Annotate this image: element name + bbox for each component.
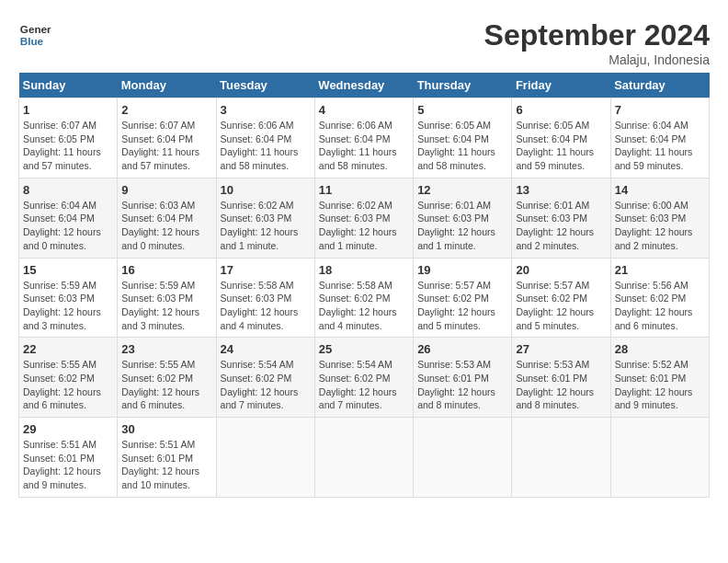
table-row: 19 Sunrise: 5:57 AMSunset: 6:02 PMDaylig…	[414, 258, 512, 338]
day-info: Sunrise: 5:51 AMSunset: 6:01 PMDaylight:…	[121, 439, 199, 490]
day-info: Sunrise: 5:58 AMSunset: 6:02 PMDaylight:…	[319, 280, 397, 331]
day-info: Sunrise: 5:59 AMSunset: 6:03 PMDaylight:…	[121, 280, 199, 331]
calendar-row: 1 Sunrise: 6:07 AMSunset: 6:05 PMDayligh…	[19, 98, 710, 178]
table-row: 28 Sunrise: 5:52 AMSunset: 6:01 PMDaylig…	[610, 338, 709, 418]
col-monday: Monday	[118, 73, 216, 98]
day-number: 13	[516, 183, 606, 197]
calendar-row: 22 Sunrise: 5:55 AMSunset: 6:02 PMDaylig…	[19, 338, 710, 418]
day-number: 25	[319, 342, 409, 356]
day-number: 23	[121, 342, 211, 356]
empty-cell	[610, 418, 709, 498]
col-thursday: Thursday	[414, 73, 512, 98]
day-number: 28	[615, 342, 705, 356]
day-number: 7	[615, 103, 705, 117]
table-row: 21 Sunrise: 5:56 AMSunset: 6:02 PMDaylig…	[610, 258, 709, 338]
table-row: 1 Sunrise: 6:07 AMSunset: 6:05 PMDayligh…	[19, 98, 118, 178]
day-number: 3	[221, 103, 311, 117]
day-info: Sunrise: 6:02 AMSunset: 6:03 PMDaylight:…	[319, 200, 397, 251]
location: Malaju, Indonesia	[484, 52, 710, 67]
day-info: Sunrise: 5:53 AMSunset: 6:01 PMDaylight:…	[516, 359, 594, 410]
day-number: 20	[516, 263, 606, 277]
day-number: 15	[23, 263, 113, 277]
day-info: Sunrise: 5:52 AMSunset: 6:01 PMDaylight:…	[615, 359, 693, 410]
logo: General Blue	[18, 18, 51, 52]
svg-text:Blue: Blue	[20, 35, 44, 47]
calendar-header-row: Sunday Monday Tuesday Wednesday Thursday…	[19, 73, 710, 98]
table-row: 4 Sunrise: 6:06 AMSunset: 6:04 PMDayligh…	[314, 98, 413, 178]
calendar-row: 29 Sunrise: 5:51 AMSunset: 6:01 PMDaylig…	[19, 418, 710, 498]
table-row: 2 Sunrise: 6:07 AMSunset: 6:04 PMDayligh…	[118, 98, 216, 178]
col-friday: Friday	[512, 73, 610, 98]
table-row: 3 Sunrise: 6:06 AMSunset: 6:04 PMDayligh…	[216, 98, 314, 178]
day-info: Sunrise: 5:55 AMSunset: 6:02 PMDaylight:…	[23, 359, 101, 410]
day-number: 14	[615, 183, 705, 197]
day-info: Sunrise: 6:07 AMSunset: 6:05 PMDaylight:…	[23, 120, 101, 171]
day-info: Sunrise: 5:57 AMSunset: 6:02 PMDaylight:…	[417, 280, 495, 331]
table-row: 23 Sunrise: 5:55 AMSunset: 6:02 PMDaylig…	[118, 338, 216, 418]
col-wednesday: Wednesday	[314, 73, 413, 98]
day-info: Sunrise: 6:06 AMSunset: 6:04 PMDaylight:…	[221, 120, 299, 171]
col-sunday: Sunday	[19, 73, 118, 98]
day-number: 2	[121, 103, 211, 117]
page-header: General Blue September 2024 Malaju, Indo…	[18, 18, 710, 67]
table-row: 29 Sunrise: 5:51 AMSunset: 6:01 PMDaylig…	[19, 418, 118, 498]
empty-cell	[314, 418, 413, 498]
day-number: 6	[516, 103, 606, 117]
empty-cell	[512, 418, 610, 498]
calendar-row: 15 Sunrise: 5:59 AMSunset: 6:03 PMDaylig…	[19, 258, 710, 338]
day-number: 21	[615, 263, 705, 277]
day-info: Sunrise: 5:56 AMSunset: 6:02 PMDaylight:…	[615, 280, 693, 331]
day-info: Sunrise: 6:01 AMSunset: 6:03 PMDaylight:…	[516, 200, 594, 251]
day-info: Sunrise: 6:02 AMSunset: 6:03 PMDaylight:…	[221, 200, 299, 251]
svg-text:General: General	[20, 23, 51, 35]
table-row: 25 Sunrise: 5:54 AMSunset: 6:02 PMDaylig…	[314, 338, 413, 418]
table-row: 30 Sunrise: 5:51 AMSunset: 6:01 PMDaylig…	[118, 418, 216, 498]
table-row: 24 Sunrise: 5:54 AMSunset: 6:02 PMDaylig…	[216, 338, 314, 418]
day-number: 24	[221, 342, 311, 356]
day-number: 29	[23, 422, 113, 436]
day-info: Sunrise: 6:05 AMSunset: 6:04 PMDaylight:…	[516, 120, 594, 171]
day-number: 27	[516, 342, 606, 356]
day-number: 11	[319, 183, 409, 197]
day-number: 10	[221, 183, 311, 197]
day-info: Sunrise: 5:53 AMSunset: 6:01 PMDaylight:…	[417, 359, 495, 410]
col-tuesday: Tuesday	[216, 73, 314, 98]
day-info: Sunrise: 6:01 AMSunset: 6:03 PMDaylight:…	[417, 200, 495, 251]
table-row: 11 Sunrise: 6:02 AMSunset: 6:03 PMDaylig…	[314, 178, 413, 258]
month-title: September 2024	[484, 18, 710, 52]
day-info: Sunrise: 5:54 AMSunset: 6:02 PMDaylight:…	[319, 359, 397, 410]
empty-cell	[216, 418, 314, 498]
day-info: Sunrise: 6:00 AMSunset: 6:03 PMDaylight:…	[615, 200, 693, 251]
col-saturday: Saturday	[610, 73, 709, 98]
table-row: 9 Sunrise: 6:03 AMSunset: 6:04 PMDayligh…	[118, 178, 216, 258]
table-row: 10 Sunrise: 6:02 AMSunset: 6:03 PMDaylig…	[216, 178, 314, 258]
day-number: 26	[417, 342, 507, 356]
day-number: 18	[319, 263, 409, 277]
table-row: 7 Sunrise: 6:04 AMSunset: 6:04 PMDayligh…	[610, 98, 709, 178]
day-number: 30	[121, 422, 211, 436]
day-number: 22	[23, 342, 113, 356]
day-info: Sunrise: 5:58 AMSunset: 6:03 PMDaylight:…	[221, 280, 299, 331]
day-number: 12	[417, 183, 507, 197]
day-number: 5	[417, 103, 507, 117]
day-info: Sunrise: 5:57 AMSunset: 6:02 PMDaylight:…	[516, 280, 594, 331]
day-info: Sunrise: 5:59 AMSunset: 6:03 PMDaylight:…	[23, 280, 101, 331]
empty-cell	[414, 418, 512, 498]
table-row: 22 Sunrise: 5:55 AMSunset: 6:02 PMDaylig…	[19, 338, 118, 418]
day-number: 4	[319, 103, 409, 117]
table-row: 18 Sunrise: 5:58 AMSunset: 6:02 PMDaylig…	[314, 258, 413, 338]
calendar-table: Sunday Monday Tuesday Wednesday Thursday…	[18, 73, 710, 498]
table-row: 13 Sunrise: 6:01 AMSunset: 6:03 PMDaylig…	[512, 178, 610, 258]
day-info: Sunrise: 6:07 AMSunset: 6:04 PMDaylight:…	[121, 120, 199, 171]
day-number: 17	[221, 263, 311, 277]
table-row: 26 Sunrise: 5:53 AMSunset: 6:01 PMDaylig…	[414, 338, 512, 418]
day-info: Sunrise: 5:54 AMSunset: 6:02 PMDaylight:…	[221, 359, 299, 410]
title-block: September 2024 Malaju, Indonesia	[484, 18, 710, 67]
day-info: Sunrise: 6:04 AMSunset: 6:04 PMDaylight:…	[23, 200, 101, 251]
day-info: Sunrise: 5:51 AMSunset: 6:01 PMDaylight:…	[23, 439, 101, 490]
table-row: 12 Sunrise: 6:01 AMSunset: 6:03 PMDaylig…	[414, 178, 512, 258]
table-row: 8 Sunrise: 6:04 AMSunset: 6:04 PMDayligh…	[19, 178, 118, 258]
logo-icon: General Blue	[18, 18, 51, 52]
day-info: Sunrise: 6:06 AMSunset: 6:04 PMDaylight:…	[319, 120, 397, 171]
table-row: 5 Sunrise: 6:05 AMSunset: 6:04 PMDayligh…	[414, 98, 512, 178]
